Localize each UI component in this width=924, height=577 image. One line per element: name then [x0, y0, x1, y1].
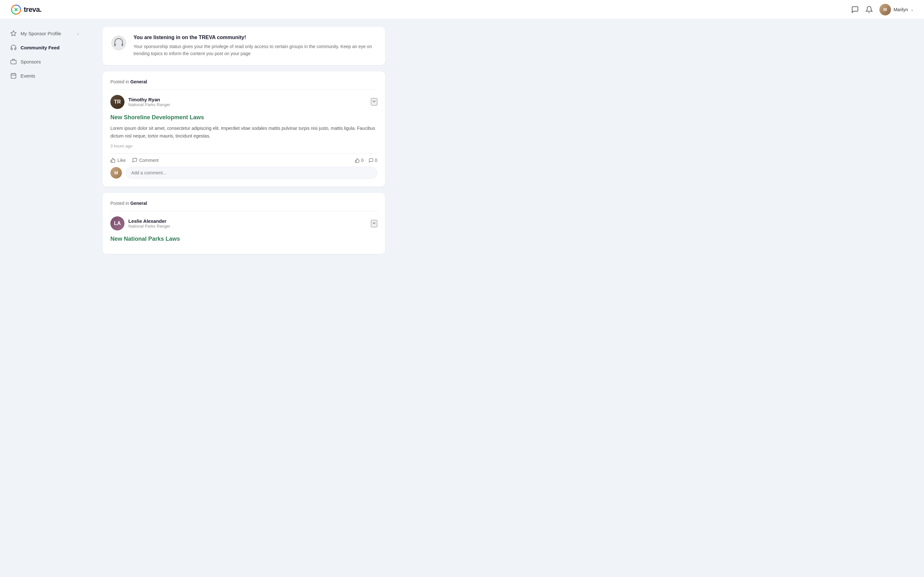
banner-title: You are listening in on the TREVA commun… [134, 35, 377, 40]
svg-marker-1 [11, 31, 16, 36]
post-1-title: New Shoreline Development Laws [110, 114, 377, 121]
calendar-icon [10, 73, 17, 79]
chevron-down-icon [372, 99, 376, 104]
post-1-comment-input[interactable] [126, 167, 377, 179]
sidebar-item-sponsors-label: Sponsors [21, 59, 41, 64]
post-1-comment-box-row: M [110, 167, 377, 179]
logo-text: treva. [24, 5, 42, 14]
post-2-author-row: LA Leslie Alexander National Parks Range… [110, 216, 377, 230]
post-1-author-title: National Parks Ranger [128, 102, 170, 107]
svg-point-8 [111, 36, 126, 50]
post-2-author-avatar: LA [110, 216, 124, 230]
post-1-author-avatar: TR [110, 95, 124, 109]
post-1-author: TR Timothy Ryan National Parks Ranger [110, 95, 170, 109]
sidebar-item-events-label: Events [21, 73, 35, 79]
layout: My Sponsor Profile ⌄ Community Feed Spon… [0, 19, 924, 577]
chevron-down-icon-2 [372, 221, 376, 226]
headphone-sidebar-icon [10, 44, 17, 51]
post-1-comment-label: Comment [139, 158, 159, 163]
post-2-author-info: Leslie Alexander National Parks Ranger [128, 218, 170, 229]
post-1-actions-right: 0 0 [355, 158, 377, 163]
post-1-posted-in: Posted in General [110, 79, 377, 84]
post-2-expand-button[interactable] [371, 220, 377, 227]
banner-desc: Your sponsorship status gives your the p… [134, 43, 377, 57]
comment-icon [132, 158, 137, 163]
sidebar: My Sponsor Profile ⌄ Community Feed Spon… [0, 19, 90, 577]
post-1-actions: Like Comment 0 [110, 158, 377, 163]
user-menu-chevron: ⌄ [911, 7, 914, 12]
sidebar-item-community-feed[interactable]: Community Feed [5, 41, 85, 54]
sidebar-item-sponsor-profile-label: My Sponsor Profile [21, 31, 61, 36]
post-1-author-row: TR Timothy Ryan National Parks Ranger [110, 95, 377, 109]
post-1-comment-button[interactable]: Comment [132, 158, 159, 163]
like-count-icon [355, 158, 360, 163]
post-card-1: Posted in General TR Timothy Ryan Nation… [103, 71, 385, 187]
svg-rect-2 [11, 60, 16, 64]
info-banner: You are listening in on the TREVA commun… [103, 27, 385, 65]
logo[interactable]: treva. [10, 4, 42, 15]
logo-icon [10, 4, 22, 15]
user-avatar: M [879, 4, 891, 15]
user-name-label: Marilyn [893, 7, 908, 12]
post-1-body: Lorem ipsum dolor sit amet, consectetur … [110, 125, 377, 140]
briefcase-icon [10, 58, 17, 65]
post-1-comment-count: 0 [368, 158, 377, 163]
post-1-expand-button[interactable] [371, 98, 377, 105]
headphone-icon [111, 35, 126, 51]
post-2-divider-top [110, 211, 377, 211]
post-1-like-label: Like [118, 158, 126, 163]
post-1-like-button[interactable]: Like [110, 158, 126, 163]
main-content: You are listening in on the TREVA commun… [90, 19, 398, 577]
header: treva. M Marilyn ⌄ [0, 0, 924, 19]
thumbs-up-icon [110, 158, 115, 163]
svg-rect-4 [11, 73, 16, 78]
sidebar-item-sponsors[interactable]: Sponsors [5, 55, 85, 68]
sidebar-item-events[interactable]: Events [5, 69, 85, 82]
post-2-title: New National Parks Laws [110, 235, 377, 242]
banner-headphone-icon [110, 35, 127, 51]
post-2-author-name: Leslie Alexander [128, 218, 170, 224]
post-1-author-name: Timothy Ryan [128, 97, 170, 102]
star-icon [10, 30, 17, 37]
chat-icon[interactable] [851, 6, 859, 13]
svg-rect-10 [121, 44, 123, 46]
post-2-posted-in: Posted in General [110, 201, 377, 206]
post-1-like-count: 0 [355, 158, 363, 163]
sidebar-item-community-feed-label: Community Feed [21, 45, 60, 50]
banner-content: You are listening in on the TREVA commun… [134, 35, 377, 57]
post-2-author-title: National Parks Ranger [128, 224, 170, 229]
comment-count-icon [368, 158, 373, 163]
sidebar-item-sponsor-profile-expand: ⌄ [76, 31, 79, 35]
post-1-divider-top [110, 89, 377, 90]
post-1-actions-left: Like Comment [110, 158, 158, 163]
post-2-author: LA Leslie Alexander National Parks Range… [110, 216, 170, 230]
sidebar-item-sponsor-profile[interactable]: My Sponsor Profile ⌄ [5, 27, 85, 40]
svg-rect-9 [114, 44, 116, 46]
post-card-2: Posted in General LA Leslie Alexander Na… [103, 193, 385, 254]
header-right: M Marilyn ⌄ [851, 4, 914, 15]
user-menu[interactable]: M Marilyn ⌄ [879, 4, 914, 15]
post-1-time: 3 hours ago [110, 143, 377, 148]
post-1-actions-divider [110, 153, 377, 154]
post-1-author-info: Timothy Ryan National Parks Ranger [128, 97, 170, 107]
current-user-avatar-post-1: M [110, 167, 122, 179]
bell-icon[interactable] [865, 6, 873, 13]
